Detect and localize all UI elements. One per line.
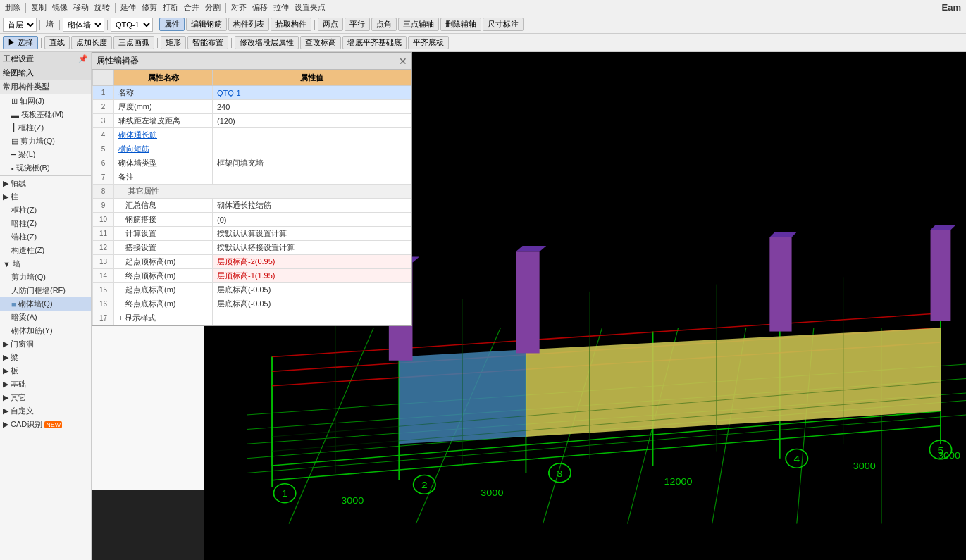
sidebar-item-struct-col[interactable]: 构造柱(Z) xyxy=(0,244,91,257)
row-value[interactable]: 砌体通长拉结筋 xyxy=(213,199,411,213)
sidebar-section-ban[interactable]: ▶ 板 xyxy=(0,364,91,378)
point-angle-btn[interactable]: 点角 xyxy=(371,18,397,31)
check-elev-btn[interactable]: 查改标高 xyxy=(300,36,341,49)
menu-copy[interactable]: 复制 xyxy=(29,2,49,13)
table-row[interactable]: 12 搭接设置 按默认认搭接设置计算 xyxy=(93,241,411,255)
floor-select[interactable]: 首层 xyxy=(3,18,37,32)
sidebar-item-masonry-q[interactable]: ■ 砌体墙(Q) xyxy=(0,297,91,311)
modify-wall-layer-btn[interactable]: 修改墙段层属性 xyxy=(235,36,299,49)
table-row[interactable]: 14 终点顶标高(m) 层顶标高-1(1.95) xyxy=(93,269,411,283)
menu-setpoint[interactable]: 设置夹点 xyxy=(292,2,328,13)
sidebar-section-cad[interactable]: ▶ CAD识别 NEW xyxy=(0,418,91,431)
table-row[interactable]: 3 轴线距左墙皮距离 (120) xyxy=(93,114,411,128)
table-row[interactable]: 11 计算设置 按默认认算设置计算 xyxy=(93,227,411,241)
menu-extend[interactable]: 延伸 xyxy=(118,2,138,13)
sidebar-section-wall[interactable]: ▼ 墙 xyxy=(0,257,91,270)
table-row[interactable]: 4 砌体通长筋 xyxy=(93,128,411,142)
row-value[interactable] xyxy=(213,311,411,325)
menu-merge[interactable]: 合并 xyxy=(182,2,202,13)
menu-delete[interactable]: 删除 xyxy=(3,2,23,13)
component-list-btn[interactable]: 构件列表 xyxy=(228,18,269,31)
sidebar-item-hidden-beam[interactable]: 暗梁(A) xyxy=(0,311,91,324)
sidebar-item-axis[interactable]: ⊞ 轴网(J) xyxy=(0,94,91,108)
table-row[interactable]: 1 名称 QTQ-1 xyxy=(93,86,411,100)
menu-break[interactable]: 打断 xyxy=(161,2,180,13)
type-select[interactable]: QTQ-1 xyxy=(111,18,153,32)
table-row[interactable]: 5 横向短筋 xyxy=(93,142,411,156)
flush-bottom-btn[interactable]: 平齐底板 xyxy=(408,36,449,49)
row-value[interactable]: QTQ-1 xyxy=(213,86,411,100)
menu-mirror[interactable]: 镜像 xyxy=(50,2,70,13)
table-row[interactable]: 7 备注 xyxy=(93,170,411,185)
row-value[interactable]: (0) xyxy=(213,213,411,227)
row-value[interactable]: (120) xyxy=(213,114,411,128)
table-row[interactable]: 15 起点底标高(m) 层底标高(-0.05) xyxy=(93,283,411,297)
row-value[interactable]: 层底标高(-0.05) xyxy=(213,297,411,311)
row-num: 9 xyxy=(93,199,114,213)
sidebar-item-dark-col[interactable]: 暗柱(Z) xyxy=(0,217,91,230)
rect-btn[interactable]: 矩形 xyxy=(161,36,186,49)
pick-component-btn[interactable]: 拾取构件 xyxy=(271,18,311,31)
menu-trim[interactable]: 修剪 xyxy=(140,2,159,13)
menu-rotate[interactable]: 旋转 xyxy=(92,2,112,13)
menu-split[interactable]: 分割 xyxy=(203,2,223,13)
row-value[interactable]: 按默认认算设置计算 xyxy=(213,227,411,241)
row-value[interactable] xyxy=(213,128,411,142)
select-btn[interactable]: ▶ 选择 xyxy=(3,36,38,49)
sidebar-section-liang[interactable]: ▶ 梁 xyxy=(0,351,91,364)
menu-stretch[interactable]: 拉伸 xyxy=(271,2,291,13)
sidebar-item-frame-col[interactable]: ┃ 框柱(Z) xyxy=(0,121,91,135)
table-row[interactable]: 10 钢筋搭接 (0) xyxy=(93,213,411,227)
wall-bottom-btn[interactable]: 墙底平齐基础底 xyxy=(342,36,407,49)
parallel-btn[interactable]: 平行 xyxy=(345,18,370,31)
row-value[interactable]: 框架间填充墙 xyxy=(213,156,411,170)
sidebar-item-raft[interactable]: ▬ 筏板基础(M) xyxy=(0,108,91,121)
point-length-btn[interactable]: 点加长度 xyxy=(71,36,112,49)
sidebar-item-shear-q[interactable]: 剪力墙(Q) xyxy=(0,270,91,284)
dim-label-btn[interactable]: 尺寸标注 xyxy=(483,18,524,31)
two-point-btn[interactable]: 两点 xyxy=(318,18,343,31)
props-close-btn[interactable]: ✕ xyxy=(399,56,407,67)
sidebar-section-door[interactable]: ▶ 门窗洞 xyxy=(0,337,91,351)
smart-place-btn[interactable]: 智能布置 xyxy=(187,36,228,49)
three-point-axis-btn[interactable]: 三点辅轴 xyxy=(398,18,439,31)
row-value[interactable] xyxy=(213,170,411,185)
menu-move[interactable]: 移动 xyxy=(71,2,91,13)
sidebar-header-drawing[interactable]: 绘图输入 xyxy=(0,66,91,80)
edit-rebar-btn[interactable]: 编辑钢筋 xyxy=(186,18,227,31)
sidebar-item-civil-def[interactable]: 人防门框墙(RF) xyxy=(0,284,91,297)
sidebar-item-shear-wall[interactable]: ▤ 剪力墙(Q) xyxy=(0,135,91,148)
line-btn[interactable]: 直线 xyxy=(44,36,70,49)
menu-team[interactable]: Eam xyxy=(940,2,963,13)
table-row-expand[interactable]: 17 + 显示样式 xyxy=(93,311,411,325)
table-row[interactable]: 13 起点顶标高(m) 层顶标高-2(0.95) xyxy=(93,255,411,269)
table-row[interactable]: 16 终点底标高(m) 层底标高(-0.05) xyxy=(93,297,411,311)
row-value[interactable]: 层底标高(-0.05) xyxy=(213,283,411,297)
row-value[interactable]: 按默认认搭接设置计算 xyxy=(213,241,411,255)
row-value[interactable] xyxy=(213,142,411,156)
menu-offset[interactable]: 偏移 xyxy=(250,2,270,13)
sidebar-header-engineering[interactable]: 工程设置 📌 xyxy=(0,52,91,66)
row-value[interactable]: 层顶标高-2(0.95) xyxy=(213,255,411,269)
menu-align[interactable]: 对齐 xyxy=(229,2,249,13)
toolbar-sep3 xyxy=(107,20,108,30)
table-row[interactable]: 6 砌体墙类型 框架间填充墙 xyxy=(93,156,411,170)
del-aux-axis-btn[interactable]: 删除辅轴 xyxy=(440,18,481,31)
sidebar-item-cast-slab[interactable]: ▪ 现浇板(B) xyxy=(0,161,91,175)
sidebar-item-beam[interactable]: ━ 梁(L) xyxy=(0,148,91,161)
three-arc-btn[interactable]: 三点画弧 xyxy=(113,36,154,49)
row-value[interactable]: 层顶标高-1(1.95) xyxy=(213,269,411,283)
sidebar-item-masonry-rebar[interactable]: 砌体加筋(Y) xyxy=(0,324,91,337)
sidebar-section-col[interactable]: ▶ 柱 xyxy=(0,190,91,204)
sidebar-section-foundation[interactable]: ▶ 基础 xyxy=(0,378,91,391)
row-value[interactable]: 240 xyxy=(213,100,411,114)
component-select[interactable]: 砌体墙 xyxy=(63,18,104,32)
sidebar-section-custom[interactable]: ▶ 自定义 xyxy=(0,404,91,418)
sidebar-section-other[interactable]: ▶ 其它 xyxy=(0,391,91,404)
table-row[interactable]: 9 汇总信息 砌体通长拉结筋 xyxy=(93,199,411,213)
sidebar-item-end-col[interactable]: 端柱(Z) xyxy=(0,230,91,244)
attr-btn[interactable]: 属性 xyxy=(159,18,185,31)
sidebar-section-axis[interactable]: ▶ 轴线 xyxy=(0,177,91,190)
sidebar-item-frame-col2[interactable]: 框柱(Z) xyxy=(0,204,91,217)
table-row[interactable]: 2 厚度(mm) 240 xyxy=(93,100,411,114)
